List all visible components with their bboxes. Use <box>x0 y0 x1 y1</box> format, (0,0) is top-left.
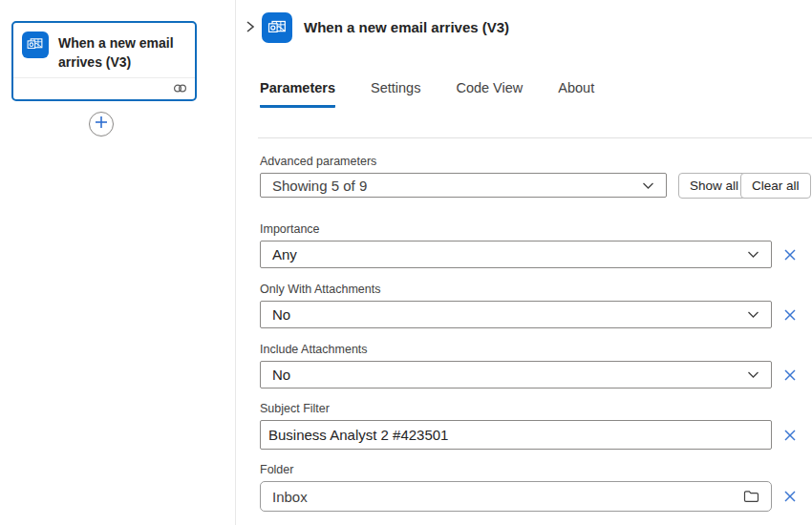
collapse-panel-button[interactable] <box>240 17 261 38</box>
add-action-button[interactable] <box>89 112 114 136</box>
subject-filter-label: Subject Filter <box>260 402 330 415</box>
subject-filter-input[interactable]: Business Analyst 2 #423501 <box>260 420 772 450</box>
outlook-connector-icon <box>262 12 292 43</box>
advanced-parameters-value: Showing 5 of 9 <box>261 178 642 194</box>
folder-remove-button[interactable] <box>780 486 801 507</box>
only-with-attachments-dropdown[interactable]: No <box>260 301 772 328</box>
advanced-parameters-dropdown[interactable]: Showing 5 of 9 <box>260 173 667 198</box>
chevron-down-icon <box>642 181 654 190</box>
tab-bar: Parameters Settings Code View About <box>260 80 630 108</box>
tab-about[interactable]: About <box>558 80 594 108</box>
outlook-connector-icon <box>22 32 49 58</box>
include-attachments-label: Include Attachments <box>260 343 368 356</box>
chevron-down-icon <box>747 370 759 379</box>
folder-label: Folder <box>260 463 293 476</box>
trigger-card[interactable]: When a new email arrives (V3) <box>11 21 197 101</box>
importance-label: Importance <box>260 222 320 236</box>
panel-title: When a new email arrives (V3) <box>304 19 509 35</box>
advanced-parameters-label: Advanced parameters <box>260 155 376 168</box>
connection-icon <box>173 80 187 97</box>
subject-filter-value: Business Analyst 2 #423501 <box>261 427 771 443</box>
trigger-config-panel: When a new email arrives (V3) Parameters… <box>236 0 812 525</box>
tab-code-view[interactable]: Code View <box>456 80 523 108</box>
tab-parameters[interactable]: Parameters <box>260 80 335 108</box>
importance-remove-button[interactable] <box>780 244 801 265</box>
show-all-button[interactable]: Show all <box>678 173 750 199</box>
chevron-right-icon <box>245 20 256 36</box>
importance-value: Any <box>261 246 747 262</box>
folder-input[interactable]: Inbox <box>260 481 772 512</box>
chevron-down-icon <box>747 250 759 259</box>
only-with-attachments-remove-button[interactable] <box>780 304 801 326</box>
include-attachments-value: No <box>261 367 747 383</box>
include-attachments-remove-button[interactable] <box>780 365 801 386</box>
include-attachments-dropdown[interactable]: No <box>260 361 772 388</box>
only-with-attachments-value: No <box>261 306 747 323</box>
chevron-down-icon <box>747 310 759 319</box>
plus-icon <box>95 116 108 133</box>
clear-all-button[interactable]: Clear all <box>740 173 811 199</box>
folder-picker-icon[interactable] <box>743 490 759 503</box>
importance-dropdown[interactable]: Any <box>260 241 772 268</box>
tab-separator <box>258 137 812 138</box>
tab-settings[interactable]: Settings <box>371 80 420 108</box>
only-with-attachments-label: Only With Attachments <box>260 283 380 296</box>
flow-canvas: When a new email arrives (V3) <box>0 0 235 525</box>
trigger-card-title: When a new email arrives (V3) <box>58 32 187 72</box>
folder-value: Inbox <box>261 489 743 505</box>
subject-filter-remove-button[interactable] <box>780 425 801 446</box>
